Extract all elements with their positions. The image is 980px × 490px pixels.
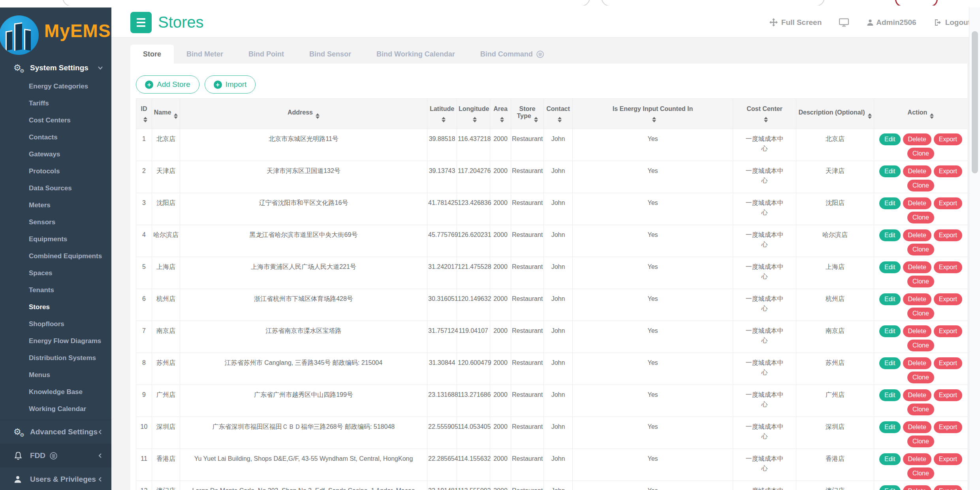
sidebar-section-fdd[interactable]: FDD bbox=[0, 444, 111, 467]
tab-bind-sensor[interactable]: Bind Sensor bbox=[297, 45, 364, 64]
export-button[interactable]: Export bbox=[934, 293, 962, 305]
clone-button[interactable]: Clone bbox=[907, 244, 934, 255]
sidebar-item-shopfloors[interactable]: Shopfloors bbox=[0, 315, 111, 332]
export-button[interactable]: Export bbox=[934, 421, 962, 433]
tab-bind-working-calendar[interactable]: Bind Working Calendar bbox=[364, 45, 468, 64]
sidebar-section-advanced-settings[interactable]: ⚙⚙ Advanced Settings bbox=[0, 420, 111, 443]
sidebar-section-system-settings[interactable]: ⚙⚙ System Settings bbox=[0, 59, 111, 77]
column-header-area[interactable]: Area bbox=[490, 99, 511, 129]
sidebar-item-equipments[interactable]: Equipments bbox=[0, 231, 111, 248]
column-header-address[interactable]: Address bbox=[180, 99, 427, 129]
sidebar-item-meters[interactable]: Meters bbox=[0, 197, 111, 214]
clone-button[interactable]: Clone bbox=[907, 212, 934, 223]
delete-button[interactable]: Delete bbox=[903, 293, 931, 305]
column-header-id[interactable]: ID bbox=[136, 99, 152, 129]
sidebar-item-combined-equipments[interactable]: Combined Equipments bbox=[0, 248, 111, 265]
clone-button[interactable]: Clone bbox=[907, 308, 934, 319]
sidebar-item-knowledge-base[interactable]: Knowledge Base bbox=[0, 383, 111, 400]
export-button[interactable]: Export bbox=[934, 325, 962, 337]
clone-button[interactable]: Clone bbox=[907, 276, 934, 287]
sidebar-item-stores[interactable]: Stores bbox=[0, 299, 111, 315]
delete-button[interactable]: Delete bbox=[903, 229, 931, 241]
sidebar-item-gateways[interactable]: Gateways bbox=[0, 146, 111, 163]
scrollbar-thumb[interactable] bbox=[972, 31, 978, 173]
export-button[interactable]: Export bbox=[934, 453, 962, 465]
export-button[interactable]: Export bbox=[934, 229, 962, 241]
delete-button[interactable]: Delete bbox=[903, 165, 931, 177]
import-button[interactable]: + Import bbox=[205, 75, 256, 94]
tab-bind-command[interactable]: Bind Command bbox=[468, 45, 557, 64]
add-store-button[interactable]: + Add Store bbox=[136, 75, 199, 94]
sidebar-section-users-privileges[interactable]: Users & Privileges bbox=[0, 467, 111, 490]
menu-toggle-button[interactable] bbox=[130, 12, 152, 33]
edit-button[interactable]: Edit bbox=[879, 453, 901, 465]
edit-button[interactable]: Edit bbox=[879, 229, 901, 241]
edit-button[interactable]: Edit bbox=[879, 133, 901, 145]
sidebar-item-energy-categories[interactable]: Energy Categories bbox=[0, 78, 111, 95]
user-menu[interactable]: Admin2506 bbox=[866, 18, 916, 27]
edit-button[interactable]: Edit bbox=[879, 389, 901, 401]
column-header-name[interactable]: Name bbox=[152, 99, 180, 129]
toolbar: + Add Store + Import bbox=[130, 64, 967, 94]
tab-store[interactable]: Store bbox=[130, 45, 174, 64]
sidebar-item-working-calendar[interactable]: Working Calendar bbox=[0, 400, 111, 417]
export-button[interactable]: Export bbox=[934, 357, 962, 369]
logout-button[interactable]: Logout bbox=[934, 18, 971, 27]
sidebar-item-energy-flow-diagrams[interactable]: Energy Flow Diagrams bbox=[0, 332, 111, 349]
delete-button[interactable]: Delete bbox=[903, 485, 931, 490]
column-header-latitude[interactable]: Latitude bbox=[427, 99, 457, 129]
sidebar-item-menus[interactable]: Menus bbox=[0, 366, 111, 383]
sidebar-item-data-sources[interactable]: Data Sources bbox=[0, 180, 111, 197]
edit-button[interactable]: Edit bbox=[879, 293, 901, 305]
edit-button[interactable]: Edit bbox=[879, 357, 901, 369]
tab-bind-point[interactable]: Bind Point bbox=[236, 45, 297, 64]
edit-button[interactable]: Edit bbox=[879, 485, 901, 490]
clone-button[interactable]: Clone bbox=[907, 340, 934, 351]
export-button[interactable]: Export bbox=[934, 133, 962, 145]
edit-button[interactable]: Edit bbox=[879, 261, 901, 273]
sidebar-item-protocols[interactable]: Protocols bbox=[0, 163, 111, 180]
export-button[interactable]: Export bbox=[934, 389, 962, 401]
delete-button[interactable]: Delete bbox=[903, 133, 931, 145]
delete-button[interactable]: Delete bbox=[903, 325, 931, 337]
clone-button[interactable]: Clone bbox=[907, 372, 934, 383]
sidebar-item-tenants[interactable]: Tenants bbox=[0, 282, 111, 299]
fullscreen-button[interactable]: Full Screen bbox=[769, 18, 822, 27]
export-button[interactable]: Export bbox=[934, 197, 962, 209]
delete-button[interactable]: Delete bbox=[903, 357, 931, 369]
sidebar-item-contacts[interactable]: Contacts bbox=[0, 129, 111, 146]
export-button[interactable]: Export bbox=[934, 485, 962, 490]
column-header-contact[interactable]: Contact bbox=[544, 99, 573, 129]
column-header-action[interactable]: Action bbox=[874, 99, 968, 129]
edit-button[interactable]: Edit bbox=[879, 165, 901, 177]
sidebar-item-tariffs[interactable]: Tariffs bbox=[0, 95, 111, 112]
delete-button[interactable]: Delete bbox=[903, 197, 931, 209]
edit-button[interactable]: Edit bbox=[879, 421, 901, 433]
edit-button[interactable]: Edit bbox=[879, 325, 901, 337]
sidebar-item-cost-centers[interactable]: Cost Centers bbox=[0, 112, 111, 129]
clone-button[interactable]: Clone bbox=[907, 180, 934, 191]
export-button[interactable]: Export bbox=[934, 165, 962, 177]
delete-button[interactable]: Delete bbox=[903, 261, 931, 273]
column-header-store-type[interactable]: Store Type bbox=[511, 99, 544, 129]
clone-button[interactable]: Clone bbox=[907, 404, 934, 415]
delete-button[interactable]: Delete bbox=[903, 389, 931, 401]
edit-button[interactable]: Edit bbox=[879, 197, 901, 209]
column-header-is-energy-input-counted-in[interactable]: Is Energy Input Counted In bbox=[573, 99, 733, 129]
clone-button[interactable]: Clone bbox=[907, 148, 934, 160]
cell-address: 江苏省苏州市 Canglang, 三香路345号 邮政编码: 215004 bbox=[180, 353, 427, 385]
monitor-button[interactable] bbox=[839, 18, 849, 27]
sidebar-item-distribution-systems[interactable]: Distribution Systems bbox=[0, 349, 111, 366]
clone-button[interactable]: Clone bbox=[907, 436, 934, 447]
vertical-scrollbar[interactable] bbox=[969, 8, 980, 490]
tab-bind-meter[interactable]: Bind Meter bbox=[174, 45, 236, 64]
sidebar-item-sensors[interactable]: Sensors bbox=[0, 214, 111, 231]
column-header-longitude[interactable]: Longitude bbox=[457, 99, 490, 129]
column-header-description-optional[interactable]: Description (Optional) bbox=[796, 99, 874, 129]
column-header-cost-center[interactable]: Cost Center bbox=[733, 99, 796, 129]
delete-button[interactable]: Delete bbox=[903, 421, 931, 433]
delete-button[interactable]: Delete bbox=[903, 453, 931, 465]
clone-button[interactable]: Clone bbox=[907, 467, 934, 479]
export-button[interactable]: Export bbox=[934, 261, 962, 273]
sidebar-item-spaces[interactable]: Spaces bbox=[0, 265, 111, 282]
